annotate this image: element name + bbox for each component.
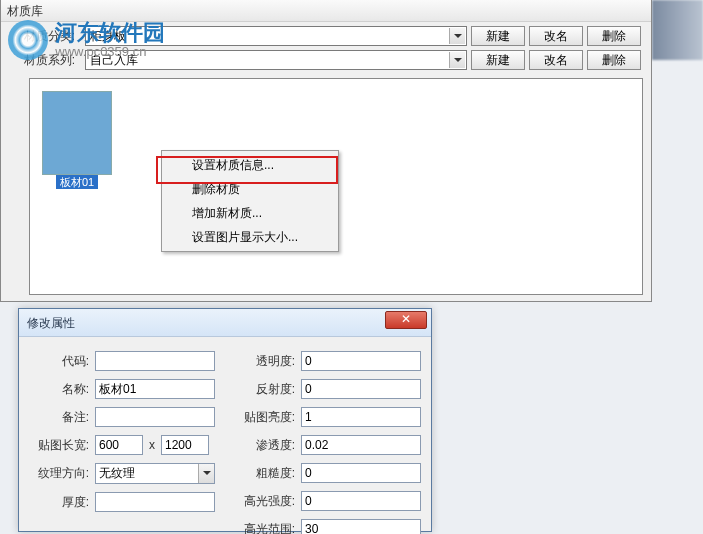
properties-dialog: 修改属性 ✕ 代码: 名称: 板材01 备注: 贴图长宽: 600 x 1200 bbox=[18, 308, 432, 532]
series-combo[interactable]: 自己入库 bbox=[85, 50, 467, 70]
material-label: 板材01 bbox=[56, 175, 98, 189]
rough-label: 粗糙度: bbox=[235, 465, 295, 482]
series-rename-button[interactable]: 改名 bbox=[529, 50, 583, 70]
mapbright-label: 贴图亮度: bbox=[235, 409, 295, 426]
left-column: 代码: 名称: 板材01 备注: 贴图长宽: 600 x 1200 纹理方向: … bbox=[29, 351, 215, 534]
thickness-label: 厚度: bbox=[29, 494, 89, 511]
category-value: 柜身板 bbox=[90, 28, 126, 45]
dialog-body: 代码: 名称: 板材01 备注: 贴图长宽: 600 x 1200 纹理方向: … bbox=[19, 337, 431, 534]
series-label: 材质系列: bbox=[11, 52, 81, 69]
code-input[interactable] bbox=[95, 351, 215, 371]
menu-delete-material[interactable]: 删除材质 bbox=[164, 177, 336, 201]
material-item[interactable]: 板材01 bbox=[42, 91, 112, 190]
dialog-title-text: 修改属性 bbox=[27, 316, 75, 330]
category-combo[interactable]: 柜身板 bbox=[85, 26, 467, 46]
chevron-down-icon[interactable] bbox=[449, 28, 465, 44]
series-delete-button[interactable]: 删除 bbox=[587, 50, 641, 70]
texdir-select[interactable]: 无纹理 bbox=[95, 463, 215, 484]
opacity-input[interactable]: 0 bbox=[301, 351, 421, 371]
panel-title: 材质库 bbox=[1, 0, 651, 22]
reflect-input[interactable]: 0 bbox=[301, 379, 421, 399]
chevron-down-icon[interactable] bbox=[198, 464, 214, 483]
material-thumbnail[interactable] bbox=[42, 91, 112, 175]
map-width-input[interactable]: 600 bbox=[95, 435, 143, 455]
category-new-button[interactable]: 新建 bbox=[471, 26, 525, 46]
close-button[interactable]: ✕ bbox=[385, 311, 427, 329]
menu-set-material-info[interactable]: 设置材质信息... bbox=[164, 153, 336, 177]
menu-add-material[interactable]: 增加新材质... bbox=[164, 201, 336, 225]
material-library-panel: 材质库 材质分类: 柜身板 新建 改名 删除 材质系列: 自己入库 新建 改名 … bbox=[0, 0, 652, 302]
category-label: 材质分类: bbox=[11, 28, 81, 45]
opacity-label: 透明度: bbox=[235, 353, 295, 370]
mapsize-label: 贴图长宽: bbox=[29, 437, 89, 454]
right-column: 透明度: 0 反射度: 0 贴图亮度: 1 渗透度: 0.02 粗糙度: 0 高… bbox=[235, 351, 421, 534]
menu-set-image-size[interactable]: 设置图片显示大小... bbox=[164, 225, 336, 249]
texdir-value: 无纹理 bbox=[99, 466, 135, 480]
dialog-title[interactable]: 修改属性 ✕ bbox=[19, 309, 431, 337]
remark-label: 备注: bbox=[29, 409, 89, 426]
x-multiplier: x bbox=[149, 438, 155, 452]
context-menu: 设置材质信息... 删除材质 增加新材质... 设置图片显示大小... bbox=[161, 150, 339, 252]
rough-input[interactable]: 0 bbox=[301, 463, 421, 483]
code-label: 代码: bbox=[29, 353, 89, 370]
reflect-label: 反射度: bbox=[235, 381, 295, 398]
specrange-input[interactable]: 30 bbox=[301, 519, 421, 534]
mapbright-input[interactable]: 1 bbox=[301, 407, 421, 427]
category-rename-button[interactable]: 改名 bbox=[529, 26, 583, 46]
map-height-input[interactable]: 1200 bbox=[161, 435, 209, 455]
specrange-label: 高光范围: bbox=[235, 521, 295, 535]
series-value: 自己入库 bbox=[90, 52, 138, 69]
specstr-label: 高光强度: bbox=[235, 493, 295, 510]
close-icon: ✕ bbox=[401, 312, 411, 326]
background-blur bbox=[652, 0, 703, 60]
category-delete-button[interactable]: 删除 bbox=[587, 26, 641, 46]
specstr-input[interactable]: 0 bbox=[301, 491, 421, 511]
name-label: 名称: bbox=[29, 381, 89, 398]
name-input[interactable]: 板材01 bbox=[95, 379, 215, 399]
thickness-input[interactable] bbox=[95, 492, 215, 512]
permeate-label: 渗透度: bbox=[235, 437, 295, 454]
series-new-button[interactable]: 新建 bbox=[471, 50, 525, 70]
permeate-input[interactable]: 0.02 bbox=[301, 435, 421, 455]
chevron-down-icon[interactable] bbox=[449, 52, 465, 68]
series-row: 材质系列: 自己入库 新建 改名 删除 bbox=[1, 46, 651, 70]
texdir-label: 纹理方向: bbox=[29, 465, 89, 482]
category-row: 材质分类: 柜身板 新建 改名 删除 bbox=[1, 22, 651, 46]
remark-input[interactable] bbox=[95, 407, 215, 427]
